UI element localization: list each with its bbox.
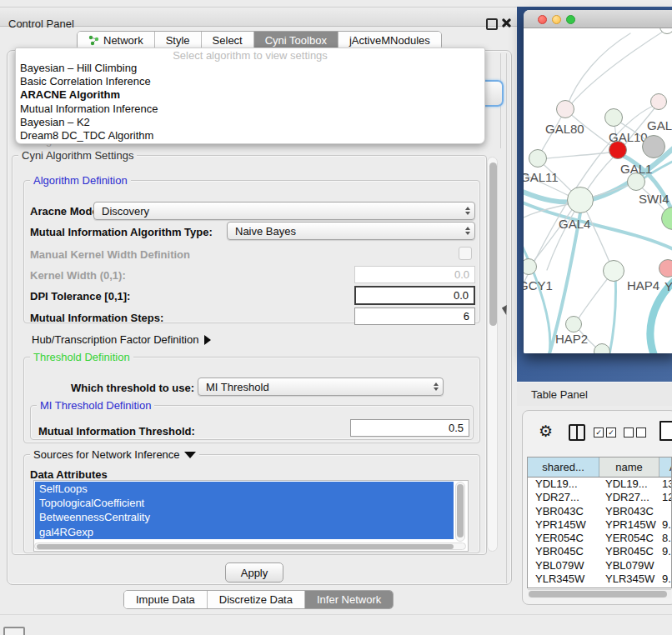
tab-network[interactable]: Network bbox=[78, 32, 155, 49]
docked-panel-icon[interactable] bbox=[3, 627, 25, 635]
aracne-mode-combo[interactable]: Discovery bbox=[93, 202, 475, 220]
table-row[interactable]: YLR345WYLR345W9. bbox=[528, 572, 671, 586]
network-window-titlebar[interactable] bbox=[524, 10, 672, 28]
mi-threshold-label: Mutual Information Threshold: bbox=[38, 425, 195, 438]
tab-cyni-toolbox[interactable]: Cyni Toolbox bbox=[254, 32, 339, 49]
node-label-gal11: GAL11 bbox=[524, 170, 559, 184]
table-row[interactable]: YBL079WYBL079W bbox=[528, 559, 671, 572]
network-node-gal10[interactable] bbox=[604, 108, 623, 127]
table-panel-header: Table Panel bbox=[517, 382, 672, 406]
attribute-item-gal4rgexp[interactable]: gal4RGexp bbox=[35, 525, 454, 539]
network-canvas[interactable]: GALGAL80GAL10GAL1GAL11SWI4GAL4GCY1HAP4YH… bbox=[524, 28, 672, 353]
sources-group-title: Sources for Network Inference bbox=[30, 448, 199, 461]
settings-scrollbar-thumb[interactable] bbox=[489, 162, 497, 326]
control-panel-title: Control Panel bbox=[8, 18, 74, 30]
network-node-gal11[interactable] bbox=[529, 149, 547, 168]
table-hscrollbar-thumb[interactable] bbox=[529, 591, 667, 598]
combo-arrows-icon bbox=[465, 207, 470, 215]
network-node-hap4[interactable] bbox=[603, 260, 624, 282]
mi-steps-field[interactable]: 6 bbox=[354, 308, 475, 325]
apply-button[interactable]: Apply bbox=[225, 562, 283, 582]
table-row[interactable]: YBR043CYBR043C bbox=[528, 505, 671, 518]
which-threshold-label: Which threshold to use: bbox=[71, 382, 194, 394]
gear-icon[interactable]: ⚙ bbox=[539, 422, 553, 440]
attr-list-scrollbar-track[interactable] bbox=[455, 482, 465, 542]
node-label-gal4: GAL4 bbox=[559, 217, 590, 231]
table-cell: YBR045C bbox=[599, 545, 659, 558]
table-cell: YDR27... bbox=[599, 491, 659, 504]
table-cell: YBL079W bbox=[528, 559, 599, 572]
deselect-all-checkbox-icon[interactable] bbox=[624, 428, 634, 438]
column-header-name[interactable]: name bbox=[599, 458, 659, 477]
table-cell: YBL079W bbox=[599, 559, 659, 572]
attribute-item-topologicalcoefficient[interactable]: TopologicalCoefficient bbox=[35, 496, 454, 510]
attribute-item-selfloops[interactable]: SelfLoops bbox=[35, 482, 454, 496]
float-panel-icon[interactable] bbox=[486, 18, 498, 30]
attr-list-hscrollbar-track[interactable] bbox=[34, 542, 466, 550]
attr-list-scrollbar-thumb[interactable] bbox=[457, 484, 464, 538]
network-node-gal[interactable] bbox=[650, 93, 667, 110]
network-node-gal80[interactable] bbox=[556, 100, 574, 118]
kernel-width-field[interactable]: 0.0 bbox=[354, 266, 475, 283]
attr-list-hscrollbar-thumb[interactable] bbox=[37, 544, 454, 549]
tab-style[interactable]: Style bbox=[155, 32, 202, 49]
column-header-shared[interactable]: shared... bbox=[528, 458, 599, 477]
mi-threshold-title: MI Threshold Definition bbox=[37, 399, 154, 412]
algorithm-option-bayesian-hill-climbing[interactable]: Bayesian – Hill Climbing bbox=[16, 62, 484, 75]
bottom-tab-bar: Impute DataDiscretize DataInfer Network bbox=[123, 590, 394, 609]
table-cell: YLR345W bbox=[528, 572, 599, 586]
network-node-swi4[interactable] bbox=[627, 172, 645, 191]
network-edge bbox=[567, 33, 630, 107]
table-row[interactable]: YDR27...YDR27...12 bbox=[528, 491, 671, 504]
data-attributes-label: Data Attributes bbox=[30, 468, 108, 481]
table-row[interactable]: YBR045CYBR045C9. bbox=[528, 545, 671, 558]
expand-right-icon[interactable] bbox=[204, 335, 211, 345]
select-all-checkbox-icon[interactable]: ✓ bbox=[606, 428, 616, 438]
algorithm-option-basic-correlation-inference[interactable]: Basic Correlation Inference bbox=[16, 75, 484, 88]
network-node[interactable] bbox=[642, 135, 665, 158]
bottom-tab-infer-network[interactable]: Infer Network bbox=[305, 591, 393, 608]
network-node-gal4[interactable] bbox=[567, 187, 594, 213]
tab-jactivemnodules[interactable]: jActiveMNodules bbox=[339, 32, 441, 49]
network-view-window[interactable]: GALGAL80GAL10GAL1GAL11SWI4GAL4GCY1HAP4YH… bbox=[524, 10, 672, 353]
dpi-tolerance-field[interactable]: 0.0 bbox=[354, 286, 475, 305]
hub-definition-row[interactable]: Hub/Transcription Factor Definition bbox=[32, 333, 211, 346]
tab-select[interactable]: Select bbox=[202, 32, 254, 49]
table-row[interactable]: YER054CYER054C8. bbox=[528, 532, 671, 545]
column-header-a[interactable]: A bbox=[659, 458, 671, 477]
mi-type-combo[interactable]: Naive Bayes bbox=[227, 222, 475, 240]
which-threshold-combo[interactable]: MI Threshold bbox=[198, 378, 444, 396]
manual-kernel-checkbox[interactable] bbox=[459, 247, 472, 260]
table-row[interactable]: YDL19...YDL19...13 bbox=[528, 478, 671, 491]
algorithm-option-dream8-dc-tdc-algorithm[interactable]: Dream8 DC_TDC Algorithm bbox=[16, 129, 484, 142]
minimize-traffic-light-icon[interactable] bbox=[552, 15, 561, 24]
table-row[interactable]: YIL052CYIL052C9 bbox=[528, 586, 671, 588]
algorithm-option-mutual-information-inference[interactable]: Mutual Information Inference bbox=[16, 102, 484, 116]
close-traffic-light-icon[interactable] bbox=[538, 15, 547, 24]
document-icon[interactable] bbox=[659, 421, 672, 441]
panel-inner-border bbox=[506, 53, 507, 583]
table-cell: YBR045C bbox=[528, 545, 599, 558]
table-cell: YBR043C bbox=[528, 505, 599, 518]
deselect-all-checkbox-icon[interactable] bbox=[636, 428, 646, 438]
select-all-checkbox-icon[interactable]: ✓ bbox=[594, 428, 604, 438]
settings-scrollbar-track[interactable] bbox=[487, 157, 498, 552]
table-row[interactable]: YPR145WYPR145W9. bbox=[528, 518, 671, 532]
algorithm-option-bayesian-k2[interactable]: Bayesian – K2 bbox=[16, 116, 484, 129]
bottom-tab-impute-data[interactable]: Impute Data bbox=[124, 591, 208, 608]
sources-title-text: Sources for Network Inference bbox=[33, 448, 180, 461]
table-cell: 12 bbox=[659, 491, 671, 504]
table-hscrollbar-track[interactable] bbox=[528, 589, 671, 598]
attribute-item-betweennesscentrality[interactable]: BetweennessCentrality bbox=[35, 510, 454, 524]
network-node-y[interactable] bbox=[659, 259, 672, 278]
zoom-traffic-light-icon[interactable] bbox=[566, 15, 575, 24]
bottom-tab-discretize-data[interactable]: Discretize Data bbox=[208, 591, 305, 608]
mi-threshold-field[interactable]: 0.5 bbox=[350, 419, 469, 437]
network-node-hap2[interactable] bbox=[565, 316, 582, 332]
algorithm-option-aracne-algorithm[interactable]: ARACNE Algorithm bbox=[16, 88, 484, 102]
split-view-icon[interactable] bbox=[569, 424, 585, 441]
collapse-down-icon[interactable] bbox=[184, 452, 196, 458]
close-icon[interactable] bbox=[501, 18, 512, 28]
network-node-gal1[interactable] bbox=[609, 141, 627, 159]
table-cell: YIL052C bbox=[599, 586, 659, 588]
